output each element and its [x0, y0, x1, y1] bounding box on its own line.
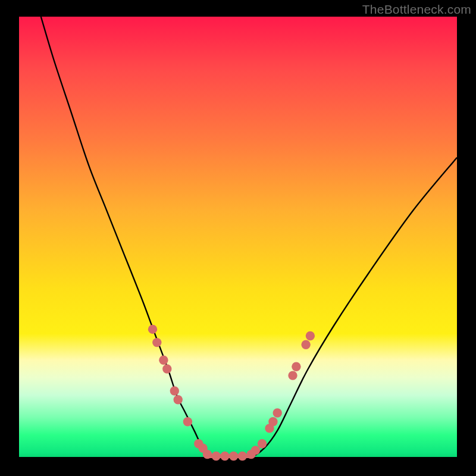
sample-point: [162, 364, 171, 373]
sample-point: [183, 417, 192, 426]
chart-overlay: [0, 0, 476, 476]
sample-point: [174, 395, 183, 404]
sample-point: [273, 408, 282, 417]
bottleneck-curve-path: [41, 17, 457, 458]
sample-point: [152, 338, 161, 347]
sample-point: [251, 446, 260, 455]
sample-point: [203, 450, 212, 459]
sample-point: [238, 452, 247, 461]
sample-point: [258, 439, 267, 448]
sample-point: [229, 452, 238, 461]
sample-point: [306, 331, 315, 340]
bottleneck-curve: [41, 17, 457, 458]
sample-point: [212, 452, 221, 461]
sample-point: [159, 356, 168, 365]
sample-point: [301, 340, 310, 349]
sample-point: [170, 386, 179, 395]
chart-frame: TheBottleneck.com: [0, 0, 476, 476]
sample-point: [220, 452, 229, 461]
sample-points: [148, 325, 315, 461]
sample-point: [148, 325, 157, 334]
sample-point: [268, 417, 277, 426]
sample-point: [288, 371, 297, 380]
sample-point: [292, 362, 300, 371]
